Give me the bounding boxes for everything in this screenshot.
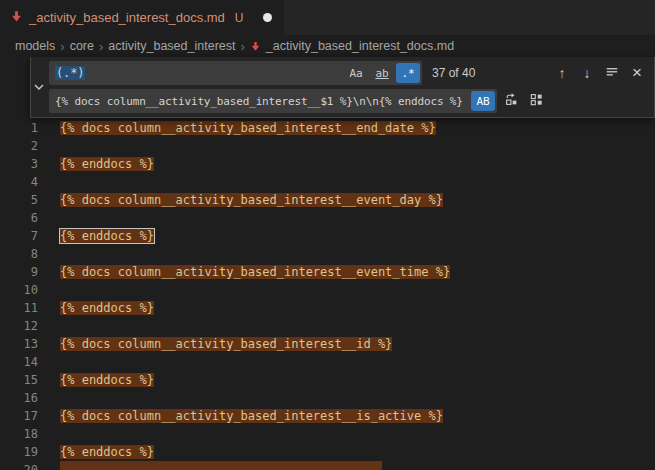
breadcrumb-item-file[interactable]: _activity_based_interest_docs.md xyxy=(266,39,454,53)
editor[interactable]: 1 {% docs column__activity_based_interes… xyxy=(0,57,655,470)
replace-all-button[interactable] xyxy=(525,90,547,112)
regex-button[interactable]: .* xyxy=(396,63,420,83)
find-widget: (.*) Aa ab .* 37 of 40 ↑ ↓ × {% docs col… xyxy=(30,57,655,118)
replace-all-icon xyxy=(529,92,544,110)
replace-input[interactable]: {% docs column__activity_based_interest_… xyxy=(49,89,497,113)
line-number: 4 xyxy=(0,173,38,191)
line-number: 15 xyxy=(0,371,38,389)
line-number: 3 xyxy=(0,155,38,173)
editor-lines: 1 {% docs column__activity_based_interes… xyxy=(0,57,655,470)
replace-value: {% docs column__activity_based_interest_… xyxy=(55,95,469,108)
whole-word-button[interactable]: ab xyxy=(370,63,394,83)
editor-line[interactable]: 5 {% docs column__activity_based_interes… xyxy=(0,191,655,209)
replace-row: {% docs column__activity_based_interest_… xyxy=(49,89,648,113)
chevron-right-icon: › xyxy=(60,39,64,54)
line-number: 18 xyxy=(0,425,38,443)
find-input[interactable]: (.*) Aa ab .* xyxy=(49,61,422,85)
editor-line[interactable]: 20 xyxy=(0,461,655,470)
editor-line[interactable]: 7 {% enddocs %} xyxy=(0,227,655,245)
line-number: 16 xyxy=(0,389,38,407)
editor-line[interactable]: 11 {% enddocs %} xyxy=(0,299,655,317)
line-text[interactable]: {% docs column__activity_based_interest_… xyxy=(60,337,392,351)
chevron-down-icon xyxy=(34,78,44,96)
editor-line[interactable]: 2 xyxy=(0,137,655,155)
editor-line[interactable]: 17 {% docs column__activity_based_intere… xyxy=(0,407,655,425)
markdown-file-icon xyxy=(10,9,23,27)
find-row: (.*) Aa ab .* 37 of 40 ↑ ↓ × xyxy=(49,61,648,85)
results-count: 37 of 40 xyxy=(432,66,475,80)
editor-line[interactable]: 6 xyxy=(0,209,655,227)
vscode-window: { "tab": { "filename": "_activity_based_… xyxy=(0,0,655,470)
editor-line[interactable]: 18 xyxy=(0,425,655,443)
editor-line[interactable]: 12 xyxy=(0,317,655,335)
editor-line[interactable]: 1 {% docs column__activity_based_interes… xyxy=(0,119,655,137)
next-match-button[interactable]: ↓ xyxy=(576,62,598,84)
line-text[interactable]: {% enddocs %} xyxy=(60,373,154,387)
breadcrumb-item-models[interactable]: models xyxy=(15,39,55,53)
editor-line[interactable]: 4 xyxy=(0,173,655,191)
line-number: 8 xyxy=(0,245,38,263)
line-number: 6 xyxy=(0,209,38,227)
editor-line[interactable]: 15 {% enddocs %} xyxy=(0,371,655,389)
editor-line[interactable]: 19 {% enddocs %} xyxy=(0,443,655,461)
line-text[interactable]: {% enddocs %} xyxy=(60,157,154,171)
line-number: 9 xyxy=(0,263,38,281)
preserve-case-button[interactable]: AB xyxy=(471,91,495,111)
line-text[interactable]: {% docs column__activity_based_interest_… xyxy=(60,409,443,423)
close-button[interactable]: × xyxy=(626,62,648,84)
editor-line[interactable]: 3 {% enddocs %} xyxy=(0,155,655,173)
line-text[interactable]: {% enddocs %} xyxy=(60,229,154,243)
chevron-right-icon: › xyxy=(99,39,103,54)
line-text[interactable]: {% docs column__activity_based_interest_… xyxy=(60,265,450,279)
find-query: (.*) xyxy=(55,66,85,80)
line-number: 13 xyxy=(0,335,38,353)
line-number: 20 xyxy=(0,461,38,470)
line-number: 1 xyxy=(0,119,38,137)
line-text[interactable] xyxy=(60,461,382,470)
line-text[interactable]: {% docs column__activity_based_interest_… xyxy=(60,193,443,207)
editor-line[interactable]: 9 {% docs column__activity_based_interes… xyxy=(0,263,655,281)
toggle-replace-button[interactable] xyxy=(31,57,47,117)
line-number: 2 xyxy=(0,137,38,155)
find-in-selection-button[interactable] xyxy=(601,62,623,84)
match-case-button[interactable]: Aa xyxy=(344,63,368,83)
markdown-file-icon xyxy=(250,41,261,52)
line-number: 19 xyxy=(0,443,38,461)
line-number: 14 xyxy=(0,353,38,371)
editor-line[interactable]: 13 {% docs column__activity_based_intere… xyxy=(0,335,655,353)
editor-line[interactable]: 14 xyxy=(0,353,655,371)
breadcrumb-item-activity-based-interest[interactable]: activity_based_interest xyxy=(108,39,235,53)
line-text[interactable]: {% enddocs %} xyxy=(60,301,154,315)
line-number: 5 xyxy=(0,191,38,209)
find-in-selection-icon xyxy=(605,65,619,82)
line-number: 12 xyxy=(0,317,38,335)
editor-line[interactable]: 10 xyxy=(0,281,655,299)
breadcrumb: models › core › activity_based_interest … xyxy=(0,35,655,57)
line-text[interactable]: {% enddocs %} xyxy=(60,445,154,459)
unsaved-changes-dot[interactable] xyxy=(263,13,272,22)
git-status-badge: U xyxy=(235,11,244,25)
previous-match-button[interactable]: ↑ xyxy=(551,62,573,84)
line-text[interactable]: {% docs column__activity_based_interest_… xyxy=(60,121,436,135)
chevron-right-icon: › xyxy=(240,39,244,54)
replace-button[interactable] xyxy=(500,90,522,112)
line-number: 7 xyxy=(0,227,38,245)
line-number: 11 xyxy=(0,299,38,317)
tab-bar: _activity_based_interest_docs.md U xyxy=(0,0,655,35)
editor-line[interactable]: 8 xyxy=(0,245,655,263)
line-number: 10 xyxy=(0,281,38,299)
line-number: 17 xyxy=(0,407,38,425)
editor-line[interactable]: 16 xyxy=(0,389,655,407)
breadcrumb-item-core[interactable]: core xyxy=(70,39,94,53)
editor-tab[interactable]: _activity_based_interest_docs.md U xyxy=(0,0,285,35)
replace-icon xyxy=(504,92,519,110)
tab-filename: _activity_based_interest_docs.md xyxy=(29,10,225,25)
